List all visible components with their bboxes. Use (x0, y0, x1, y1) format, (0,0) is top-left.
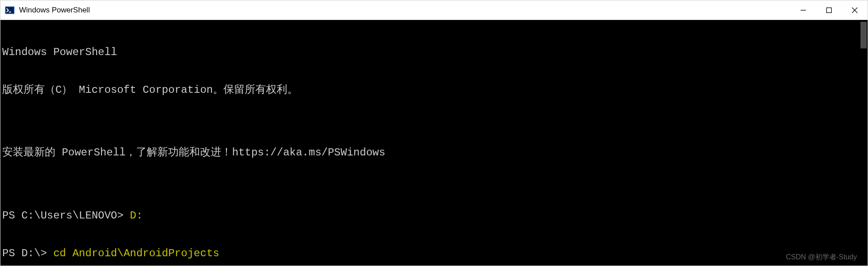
window-title: Windows PowerShell (19, 6, 790, 15)
svg-rect-0 (5, 7, 14, 14)
svg-rect-3 (827, 8, 832, 12)
terminal-line: Windows PowerShell (2, 46, 866, 59)
prompt: PS C:\Users\LENOVO> (2, 210, 130, 222)
window-controls (790, 0, 868, 20)
watermark: CSDN @初学者-Study (786, 253, 857, 262)
maximize-icon (826, 7, 832, 13)
titlebar[interactable]: Windows PowerShell (0, 0, 868, 20)
terminal-line: PS C:\Users\LENOVO> D: (2, 210, 866, 222)
minimize-button[interactable] (790, 0, 816, 20)
close-icon (851, 7, 858, 14)
close-button[interactable] (842, 0, 868, 20)
powershell-icon (5, 5, 15, 15)
maximize-button[interactable] (816, 0, 842, 20)
window-frame: Windows PowerShell Windows Power (0, 0, 868, 266)
terminal-line: PS D:\> cd Android\AndroidProjects (2, 247, 866, 260)
terminal-content: Windows PowerShell 版权所有（C） Microsoft Cor… (0, 20, 868, 266)
scrollbar-thumb[interactable] (860, 22, 867, 48)
scrollbar[interactable] (859, 20, 868, 266)
terminal-area[interactable]: Windows PowerShell 版权所有（C） Microsoft Cor… (0, 20, 868, 266)
prompt: PS D:\> (2, 247, 53, 259)
minimize-icon (800, 7, 806, 13)
command-text: D: (130, 210, 143, 222)
terminal-line: 版权所有（C） Microsoft Corporation。保留所有权利。 (2, 84, 866, 96)
terminal-line: 安装最新的 PowerShell，了解新功能和改进！https://aka.ms… (2, 147, 866, 159)
command-text: cd Android\AndroidProjects (53, 247, 219, 259)
